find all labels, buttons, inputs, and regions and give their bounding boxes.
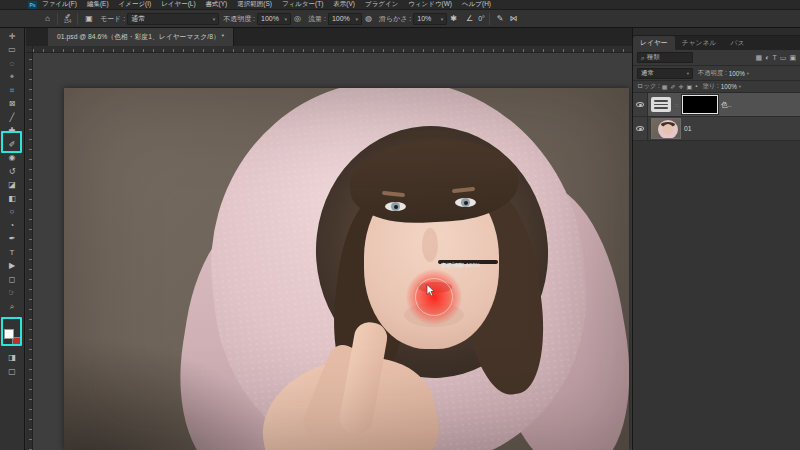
chevron-down-icon: ▾	[441, 16, 444, 22]
layer-name[interactable]: 01	[684, 125, 692, 132]
mask-link-icon[interactable]: ∷	[674, 102, 679, 108]
gradient-tool-button[interactable]: ◧	[0, 192, 24, 206]
brush-angle-icon: ∠	[463, 11, 476, 27]
clone-stamp-tool-button[interactable]: ◉	[0, 152, 24, 166]
layer-mask-thumbnail[interactable]	[682, 95, 718, 114]
brush-size-value: 154	[64, 20, 72, 25]
layer-visibility-toggle[interactable]	[633, 117, 648, 140]
eyedropper-tool-button[interactable]: ╱	[0, 111, 24, 125]
menu-window[interactable]: ウィンドウ(W)	[403, 0, 457, 9]
brush-tool-button[interactable]: ✐	[0, 138, 24, 152]
pressure-opacity-icon[interactable]: ◎	[291, 11, 304, 27]
menu-type[interactable]: 書式(Y)	[201, 0, 233, 9]
tab-channels[interactable]: チャンネル	[675, 36, 724, 50]
opacity-dropdown[interactable]: 100% ▾	[257, 13, 291, 25]
menu-help[interactable]: ヘルプ(H)	[457, 0, 496, 9]
brush-angle-value[interactable]: 0°	[478, 15, 485, 22]
menu-file[interactable]: ファイル(F)	[37, 0, 82, 9]
shape-layer-filter-icon[interactable]: ▭	[780, 54, 787, 62]
chevron-down-icon: ▾	[285, 16, 288, 22]
ruler-corner	[26, 46, 33, 53]
adjustment-layer-thumbnail[interactable]	[651, 97, 671, 112]
paint-symmetry-icon[interactable]: ⋈	[507, 11, 521, 27]
tab-layers[interactable]: レイヤー	[633, 36, 675, 50]
layer-row-hue-saturation[interactable]: ∷ 色..	[633, 93, 800, 117]
lock-artboard-icon[interactable]: ▣	[687, 83, 693, 90]
flow-dropdown[interactable]: 100% ▾	[328, 13, 362, 25]
image-layer-thumbnail[interactable]	[651, 118, 681, 139]
crop-tool-button[interactable]: ⌗	[0, 84, 24, 98]
flow-label: 流量 :	[308, 14, 326, 24]
eye-icon	[636, 102, 644, 107]
menu-plugins[interactable]: プラグイン	[360, 0, 403, 9]
pressure-size-icon[interactable]: ✎	[494, 11, 507, 27]
smoothing-dropdown[interactable]: 10% ▾	[413, 13, 447, 25]
history-brush-tool-button[interactable]: ↺	[0, 165, 24, 179]
chevron-down-icon: ▾	[687, 71, 689, 76]
shape-tool-button[interactable]: ◻	[0, 273, 24, 287]
menu-filter[interactable]: フィルター(T)	[277, 0, 328, 9]
smart-object-filter-icon[interactable]: ▣	[789, 54, 796, 62]
layer-row-image[interactable]: 01	[633, 117, 800, 141]
lock-position-icon[interactable]: ✛	[679, 83, 684, 90]
path-selection-tool-button[interactable]: ▶	[0, 260, 24, 274]
chevron-down-icon: ▾	[355, 16, 358, 22]
smoothing-label: 滑らかさ :	[379, 14, 411, 24]
menu-view[interactable]: 表示(V)	[328, 0, 360, 9]
horizontal-ruler	[33, 46, 632, 53]
color-swatches[interactable]	[4, 329, 21, 346]
document-tab[interactable]: 01.psd @ 84.6%（色相・彩度1、レイヤーマスク/8） *	[48, 28, 234, 46]
photoshop-logo-icon[interactable]: Ps	[28, 1, 37, 9]
layer-opacity-value[interactable]: 100%	[729, 70, 745, 77]
menu-select[interactable]: 選択範囲(S)	[232, 0, 277, 9]
healing-brush-tool-button[interactable]: ✚	[0, 125, 24, 139]
dodge-tool-button[interactable]: ◔	[0, 219, 24, 233]
opacity-value: 100%	[261, 15, 279, 22]
tooltip-opacity-label: 不透明度 :	[441, 262, 466, 269]
smoothing-options-gear-icon[interactable]: ✱	[447, 11, 460, 27]
search-icon: ⌕	[641, 54, 645, 62]
menu-image[interactable]: イメージ(I)	[114, 0, 157, 9]
frame-tool-button[interactable]: ⊠	[0, 98, 24, 112]
layer-visibility-toggle[interactable]	[633, 93, 648, 116]
menu-edit[interactable]: 編集(E)	[82, 0, 114, 9]
move-tool-button[interactable]: ✛	[0, 30, 24, 44]
screen-mode-button[interactable]: ▢	[0, 365, 24, 379]
pen-tool-button[interactable]: ✒	[0, 233, 24, 247]
edit-toolbar-icon[interactable]: ⋯	[0, 314, 24, 325]
pixel-layer-filter-icon[interactable]: ▦	[756, 54, 763, 62]
fill-value[interactable]: 100%	[721, 83, 737, 90]
home-icon[interactable]: ⌂	[42, 11, 53, 27]
brush-settings-panel-toggle-icon[interactable]: ▣	[82, 11, 96, 27]
foreground-color-swatch[interactable]	[4, 329, 14, 339]
divider	[57, 13, 58, 25]
blur-tool-button[interactable]: ○	[0, 206, 24, 220]
type-tool-button[interactable]: T	[0, 246, 24, 260]
layer-blend-mode-dropdown[interactable]: 通常 ▾	[637, 68, 693, 79]
layer-name[interactable]: 色..	[721, 100, 732, 110]
photo-canvas[interactable]: 直径 :154 px 硬さ :0% 不透明度 :100%	[64, 88, 629, 450]
smoothing-value: 10%	[417, 15, 431, 22]
hand-tool-button[interactable]: ☞	[0, 287, 24, 301]
options-bar: ⌂ ✐ 154 ▣ モード : 通常 ▾ 不透明度 : 100% ▾ ◎ 流量 …	[0, 10, 800, 28]
eraser-tool-button[interactable]: ◪	[0, 179, 24, 193]
lock-all-icon[interactable]: ▪	[695, 83, 697, 90]
adjustment-layer-filter-icon[interactable]: ◐	[765, 54, 769, 62]
zoom-tool-button[interactable]: ⌕	[0, 300, 24, 314]
object-selection-tool-button[interactable]: ⌖	[0, 71, 24, 85]
lock-pixels-icon[interactable]: ✐	[671, 83, 676, 90]
blend-mode-dropdown[interactable]: 通常 ▾	[127, 13, 219, 25]
airbrush-icon[interactable]: ◍	[362, 11, 375, 27]
layer-search-dropdown[interactable]: ⌕ 種類	[637, 52, 693, 63]
menu-layer[interactable]: レイヤー(L)	[156, 0, 200, 9]
layer-filter-row: ⌕ 種類 ▦ ◐ T ▭ ▣	[633, 50, 800, 66]
lasso-tool-button[interactable]: ◌	[0, 57, 24, 71]
type-layer-filter-icon[interactable]: T	[772, 54, 776, 62]
mouse-cursor-icon	[426, 284, 435, 297]
quick-mask-button[interactable]: ◨	[0, 352, 24, 366]
lock-transparent-icon[interactable]: ▦	[662, 83, 668, 90]
tab-paths[interactable]: パス	[723, 36, 751, 50]
blend-mode-row: 通常 ▾ 不透明度 : 100% ▾	[633, 66, 800, 81]
brush-preset-picker[interactable]: ✐ 154	[62, 13, 74, 25]
marquee-tool-button[interactable]: ▭	[0, 44, 24, 58]
